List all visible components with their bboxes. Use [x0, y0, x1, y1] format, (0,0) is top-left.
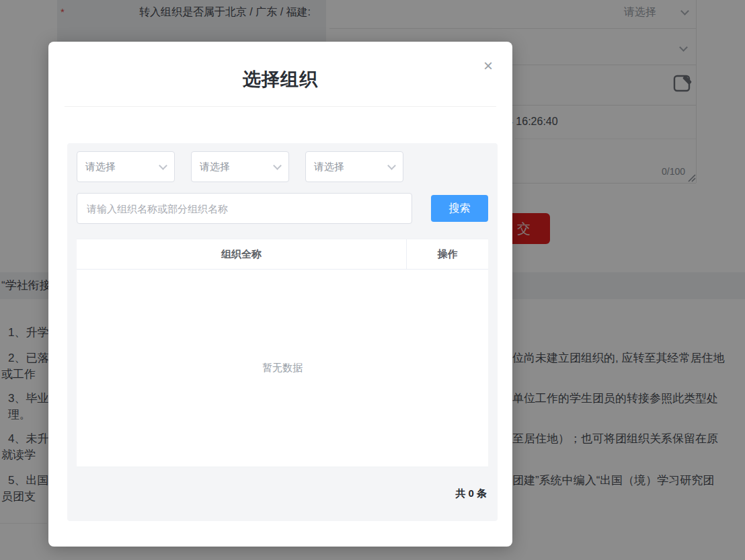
table-empty-state: 暂无数据	[77, 270, 488, 467]
org-filter-select-3[interactable]: 请选择	[305, 151, 403, 182]
total-count-text: 共 0 条	[77, 487, 488, 500]
divider	[65, 106, 496, 107]
select-placeholder: 请选择	[85, 161, 116, 173]
column-header-action: 操作	[406, 239, 488, 269]
select-placeholder: 请选择	[314, 161, 344, 173]
select-placeholder: 请选择	[200, 161, 230, 173]
filter-row: 请选择 请选择 请选择	[77, 151, 488, 182]
select-organization-dialog: × 选择组织 请选择 请选择 请选择 搜索	[48, 42, 512, 547]
empty-data-text: 暂无数据	[262, 362, 303, 374]
search-button[interactable]: 搜索	[431, 195, 488, 222]
column-header-org-name: 组织全称	[77, 239, 406, 269]
chevron-down-icon	[273, 161, 282, 170]
dialog-body-panel: 请选择 请选择 请选择 搜索 组织全称 操作	[67, 143, 498, 521]
screen: * 转入组织是否属于北京 / 广东 / 福建: 请选择 4 16:26:40 0…	[0, 0, 745, 560]
search-row: 搜索	[77, 193, 488, 224]
dialog-title: 选择组织	[48, 42, 512, 91]
org-filter-select-1[interactable]: 请选择	[77, 151, 175, 182]
close-icon[interactable]: ×	[479, 56, 498, 75]
table-header-row: 组织全称 操作	[77, 239, 488, 270]
chevron-down-icon	[387, 161, 396, 170]
org-name-search-input[interactable]	[77, 193, 412, 224]
chevron-down-icon	[159, 161, 167, 170]
org-filter-select-2[interactable]: 请选择	[191, 151, 289, 182]
org-results-table: 组织全称 操作 暂无数据	[77, 239, 488, 467]
